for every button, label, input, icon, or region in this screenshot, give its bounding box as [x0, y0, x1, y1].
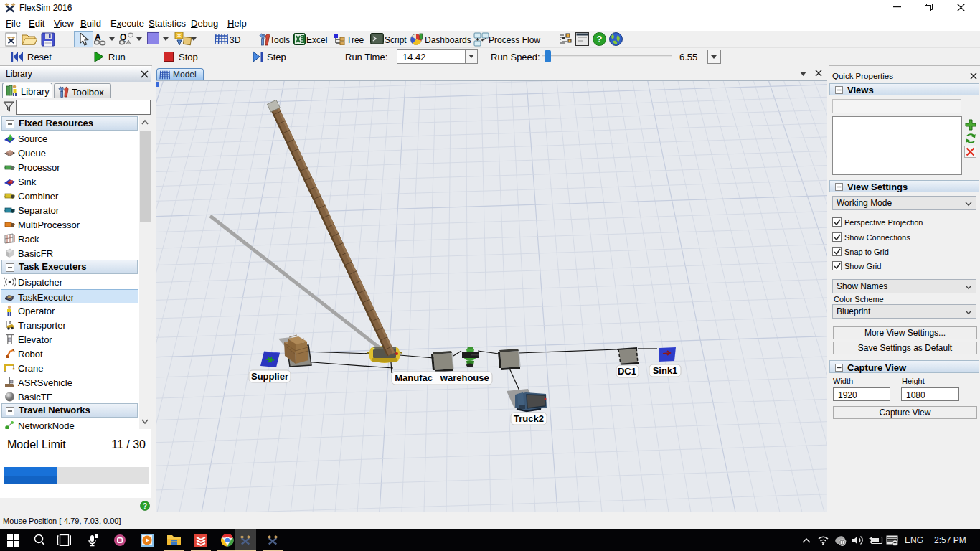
- svg-text:Sink1: Sink1: [653, 365, 678, 376]
- svg-text:Truck2: Truck2: [514, 413, 544, 424]
- svg-text:Manufac_ warehouse: Manufac_ warehouse: [395, 372, 489, 383]
- svg-text:?: ?: [143, 502, 147, 510]
- svg-text:Supplier: Supplier: [251, 371, 288, 382]
- svg-text:DC1: DC1: [618, 366, 636, 377]
- svg-text:?: ?: [597, 34, 603, 44]
